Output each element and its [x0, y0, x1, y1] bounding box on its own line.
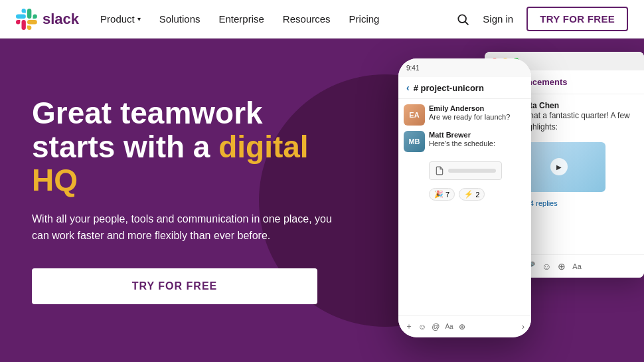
hero-highlight-hq: HQ	[32, 163, 78, 197]
navigation: slack Product ▾ Solutions Enterprise Res…	[0, 0, 644, 39]
phone-mockup: 9:41 ‹ # project-unicorn EA Emily Anders…	[398, 58, 531, 337]
back-arrow-icon: ‹	[406, 82, 410, 93]
phone-reactions: 🎉 7 ⚡ 2	[429, 188, 526, 201]
file-name-placeholder	[448, 169, 496, 173]
svg-line-1	[465, 21, 469, 25]
rita-text: What a fantastic quarter! A few highligh…	[522, 110, 635, 133]
nav-solutions[interactable]: Solutions	[159, 13, 201, 25]
hero-section: Great teamwork starts with a digital HQ …	[0, 39, 644, 362]
logo[interactable]: slack	[16, 9, 79, 30]
hero-highlight-digital: digital	[218, 130, 308, 164]
matt-text: Here's the schedule:	[429, 139, 526, 149]
hero-subtext: With all your people, tools and communic…	[32, 211, 337, 244]
phone-file-attachment	[429, 161, 502, 180]
phone-message-1: EA Emily Anderson Are we ready for launc…	[404, 104, 526, 126]
play-button-icon: ▶	[550, 158, 568, 175]
hero-try-for-free-button[interactable]: TRY FOR FREE	[32, 268, 317, 304]
matt-name: Matt Brewer	[429, 131, 526, 139]
phone-message-2: MB Matt Brewer Here's the schedule:	[404, 131, 526, 152]
rita-name: Rita Chen	[522, 101, 635, 110]
nav-right: Sign in TRY FOR FREE	[456, 7, 628, 31]
desktop-at-icon: ⊕	[558, 261, 566, 272]
logo-text: slack	[42, 11, 79, 28]
hero-heading: Great teamwork starts with a digital HQ	[32, 96, 377, 197]
nav-links: Product ▾ Solutions Enterprise Resources…	[100, 13, 435, 25]
emily-avatar: EA	[404, 104, 425, 126]
attachment-icon: ⊕	[459, 322, 465, 331]
nav-pricing[interactable]: Pricing	[349, 13, 380, 25]
reaction-party: 🎉 7	[429, 188, 455, 201]
nav-try-for-free-button[interactable]: TRY FOR FREE	[526, 7, 628, 31]
phone-channel-header: ‹ # project-unicorn	[398, 77, 531, 99]
file-icon	[435, 166, 444, 175]
arrow-icon: ›	[522, 322, 524, 331]
nav-product[interactable]: Product ▾	[100, 13, 141, 25]
reaction-party-count: 7	[445, 191, 449, 199]
slack-logo-icon	[16, 9, 37, 30]
emily-text: Are we ready for launch?	[429, 112, 526, 122]
text-icon: Aa	[445, 323, 453, 330]
desktop-emoji-icon: ☺	[542, 261, 551, 272]
emily-name: Emily Anderson	[429, 104, 526, 112]
nav-resources[interactable]: Resources	[283, 13, 331, 25]
reaction-zap-count: 2	[475, 191, 479, 199]
phone-status-bar: 9:41	[398, 58, 531, 77]
hero-heading-line1: Great teamwork	[32, 96, 263, 130]
hero-content: Great teamwork starts with a digital HQ …	[32, 96, 377, 304]
nav-enterprise[interactable]: Enterprise	[218, 13, 264, 25]
hero-heading-line2: starts with a	[32, 130, 218, 164]
chevron-down-icon: ▾	[137, 15, 141, 23]
at-icon: @	[432, 322, 440, 331]
matt-avatar: MB	[404, 131, 425, 152]
phone-toolbar: ＋ ☺ @ Aa ⊕ ›	[398, 315, 531, 337]
reaction-zap: ⚡ 2	[459, 188, 485, 201]
plus-icon: ＋	[405, 321, 413, 332]
desktop-text-icon: Aa	[572, 262, 581, 270]
svg-point-0	[459, 15, 467, 23]
hero-mockups: 9:41 ‹ # project-unicorn EA Emily Anders…	[345, 39, 644, 362]
signin-link[interactable]: Sign in	[483, 13, 513, 25]
phone-channel-name: # project-unicorn	[414, 83, 484, 93]
search-icon[interactable]	[456, 13, 469, 26]
phone-messages: EA Emily Anderson Are we ready for launc…	[398, 99, 531, 206]
emoji-icon: ☺	[418, 322, 426, 331]
